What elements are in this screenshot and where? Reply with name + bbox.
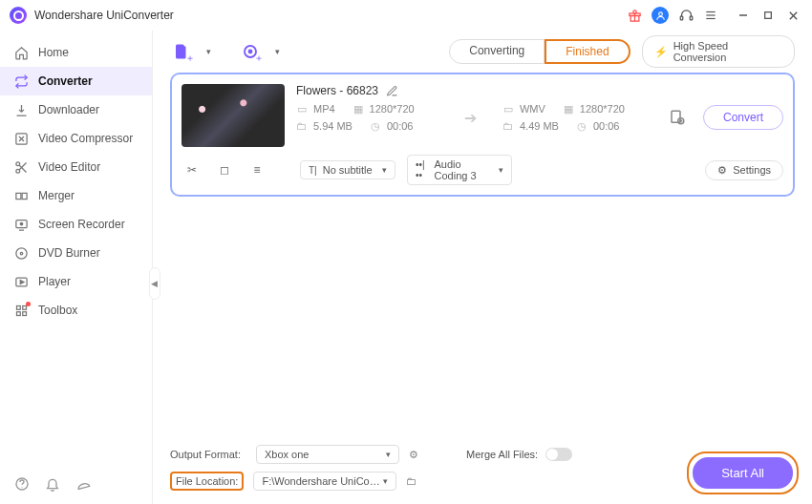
gift-icon[interactable] <box>627 8 642 23</box>
sidebar-item-home[interactable]: Home <box>0 38 152 67</box>
sidebar-item-toolbox[interactable]: Toolbox <box>0 296 152 325</box>
high-speed-conversion-button[interactable]: ⚡ High Speed Conversion <box>642 35 795 68</box>
clock-icon: ◷ <box>370 120 381 132</box>
sidebar-item-label: Merger <box>38 189 75 202</box>
support-headset-icon[interactable] <box>678 8 694 23</box>
edit-filename-icon[interactable] <box>386 85 398 97</box>
sidebar-item-compressor[interactable]: Video Compressor <box>0 124 152 153</box>
chevron-down-icon[interactable]: ▾ <box>206 47 211 56</box>
src-dur: 00:06 <box>387 120 414 132</box>
video-format-icon: ▭ <box>502 103 514 115</box>
more-icon[interactable]: ≡ <box>246 161 267 178</box>
chevron-down-icon: ▾ <box>383 476 388 486</box>
output-format-label: Output Format: <box>170 449 246 460</box>
convert-button[interactable]: Convert <box>703 105 783 130</box>
subtitle-dropdown[interactable]: T| No subtitle ▾ <box>300 160 395 179</box>
file-name: Flowers - 66823 <box>296 84 378 97</box>
sidebar-item-label: Converter <box>38 74 93 88</box>
app-logo-icon <box>10 7 27 24</box>
add-file-button[interactable]: ＋ <box>170 40 193 63</box>
svg-point-22 <box>15 247 26 258</box>
dst-dur: 00:06 <box>593 120 620 132</box>
resolution-icon: ▦ <box>563 103 574 115</box>
converter-icon <box>13 74 29 89</box>
dst-format: WMV <box>520 103 545 115</box>
output-settings-gear-icon[interactable]: ⚙ <box>409 449 418 461</box>
tab-converting[interactable]: Converting <box>449 39 545 64</box>
trim-icon[interactable]: ✂ <box>182 161 203 178</box>
chevron-down-icon: ▾ <box>386 450 391 459</box>
sidebar-item-label: Video Compressor <box>38 132 133 145</box>
sidebar-item-label: Player <box>38 275 71 288</box>
crop-icon[interactable]: ◻ <box>214 161 235 178</box>
sidebar-item-screen-recorder[interactable]: Screen Recorder <box>0 210 152 239</box>
output-settings-icon[interactable] <box>669 109 686 126</box>
merge-toggle[interactable] <box>545 448 572 461</box>
sidebar-item-dvd-burner[interactable]: DVD Burner <box>0 239 152 267</box>
minimize-button[interactable] <box>734 6 753 25</box>
svg-point-2 <box>658 11 662 15</box>
sidebar: Home Converter Downloader Video Compress… <box>0 31 153 504</box>
maximize-button[interactable] <box>759 6 778 25</box>
start-all-button[interactable]: Start All <box>693 457 793 489</box>
output-format-dropdown[interactable]: Xbox one ▾ <box>256 445 399 464</box>
add-disc-button[interactable]: ＋ <box>240 40 263 63</box>
chevron-down-icon: ▾ <box>499 165 503 175</box>
src-size: 5.94 MB <box>313 120 353 132</box>
video-thumbnail[interactable] <box>182 84 285 147</box>
play-icon <box>13 274 29 289</box>
card-settings-button[interactable]: ⚙ Settings <box>705 160 783 180</box>
bell-icon[interactable] <box>44 475 61 493</box>
notification-dot <box>26 302 31 306</box>
svg-rect-34 <box>672 111 680 122</box>
menu-icon[interactable] <box>703 8 718 23</box>
sidebar-item-downloader[interactable]: Downloader <box>0 95 152 124</box>
dst-res: 1280*720 <box>580 103 625 115</box>
close-button[interactable] <box>783 6 802 25</box>
sidebar-item-video-editor[interactable]: Video Editor <box>0 153 152 181</box>
dst-size: 4.49 MB <box>520 120 559 132</box>
audio-wave-icon: ••|•• <box>416 159 429 180</box>
account-avatar-icon[interactable] <box>652 7 669 24</box>
sidebar-item-label: Video Editor <box>38 160 100 174</box>
sidebar-item-converter[interactable]: Converter <box>0 67 152 95</box>
src-res: 1280*720 <box>370 103 415 115</box>
video-format-icon: ▭ <box>296 103 308 115</box>
folder-icon: 🗀 <box>502 120 514 132</box>
open-folder-icon[interactable]: 🗀 <box>406 475 417 487</box>
sidebar-item-label: Downloader <box>38 103 99 116</box>
help-icon[interactable] <box>13 475 31 493</box>
resolution-icon: ▦ <box>353 103 364 115</box>
chevron-down-icon[interactable]: ▾ <box>275 47 280 56</box>
download-icon <box>13 102 29 117</box>
chevron-down-icon: ▾ <box>382 165 387 175</box>
toolbar: ＋ ▾ ＋ ▾ Converting Finished ⚡ High Speed… <box>153 31 812 73</box>
gear-icon: ⚙ <box>717 164 727 177</box>
home-icon <box>13 45 29 60</box>
merge-label: Merge All Files: <box>466 449 538 460</box>
sidebar-item-label: Toolbox <box>38 304 77 317</box>
toolbox-icon <box>13 303 29 318</box>
screen-recorder-icon <box>13 217 29 232</box>
merger-icon <box>13 188 29 203</box>
arrow-right-icon: ➔ <box>457 109 485 127</box>
tab-finished[interactable]: Finished <box>545 39 630 64</box>
sidebar-item-merger[interactable]: Merger <box>0 181 152 210</box>
sidebar-item-player[interactable]: Player <box>0 267 152 296</box>
svg-rect-29 <box>22 311 26 315</box>
svg-rect-27 <box>22 305 26 309</box>
svg-point-23 <box>20 252 23 255</box>
file-location-dropdown[interactable]: F:\Wondershare UniConverter ▾ <box>253 472 396 491</box>
title-bar: Wondershare UniConverter <box>0 0 812 31</box>
svg-marker-25 <box>20 280 24 284</box>
folder-icon: 🗀 <box>296 120 308 132</box>
src-format: MP4 <box>313 103 335 115</box>
bottom-bar: Output Format: Xbox one ▾ ⚙ Merge All Fi… <box>153 435 812 504</box>
scissors-icon <box>13 159 29 175</box>
sidebar-item-label: Home <box>38 46 69 59</box>
file-card: Flowers - 66823 ▭MP4 ▦1280*720 🗀5.94 M <box>170 73 795 197</box>
disc-icon <box>13 245 29 261</box>
feedback-icon[interactable] <box>75 475 92 493</box>
collapse-sidebar-button[interactable]: ◀ <box>149 267 160 300</box>
audio-dropdown[interactable]: ••|•• Audio Coding 3 ▾ <box>407 155 512 185</box>
